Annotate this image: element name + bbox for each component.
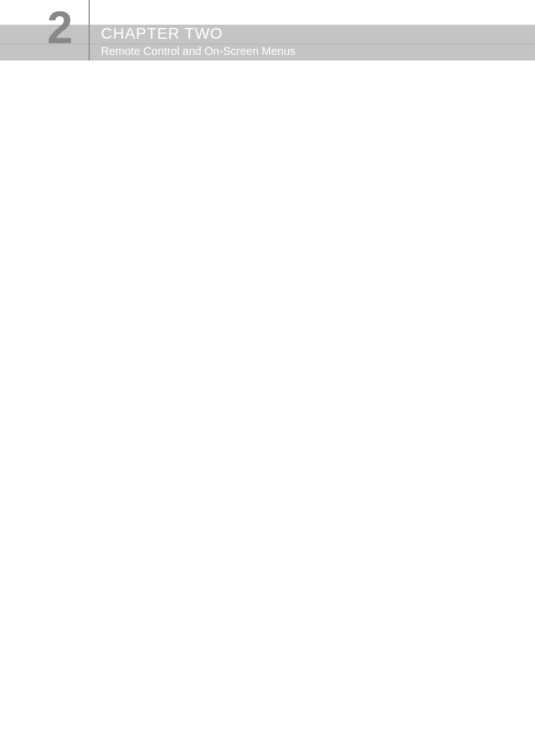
chapter-header: 2 CHAPTER TWO Remote Control and On-Scre… xyxy=(0,0,535,62)
header-divider xyxy=(89,0,90,61)
chapter-number: 2 xyxy=(47,1,73,54)
chapter-label: CHAPTER TWO xyxy=(101,25,296,43)
header-text: CHAPTER TWO Remote Control and On-Screen… xyxy=(101,25,296,58)
chapter-subtitle: Remote Control and On-Screen Menus xyxy=(101,45,296,58)
